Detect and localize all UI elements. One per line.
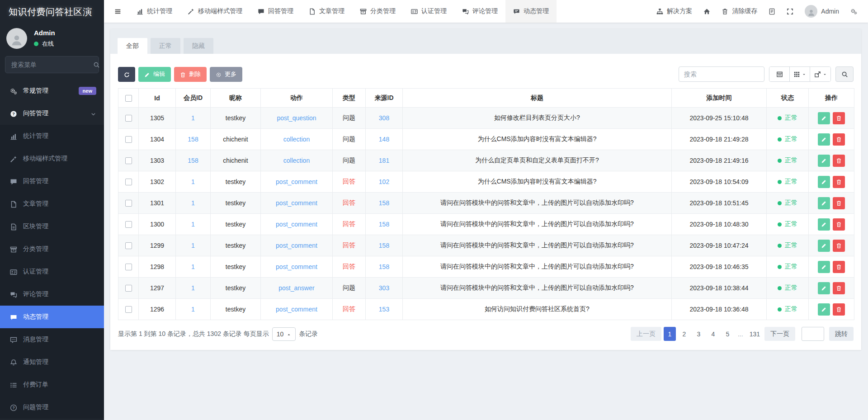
column-header[interactable]: 类型 xyxy=(333,89,366,108)
sidebar-item-0[interactable]: 常规管理new xyxy=(0,80,104,102)
home-button[interactable] xyxy=(703,8,710,15)
sidebar-item-2[interactable]: 统计管理 xyxy=(0,125,104,147)
row-edit-button[interactable] xyxy=(818,261,830,273)
sidebar-item-4[interactable]: 回答管理 xyxy=(0,170,104,193)
row-edit-button[interactable] xyxy=(818,155,830,167)
member-id-link[interactable]: 1 xyxy=(191,178,195,185)
row-delete-button[interactable] xyxy=(833,133,845,146)
member-id-link[interactable]: 1 xyxy=(191,242,195,249)
select-all-checkbox[interactable] xyxy=(125,95,132,102)
member-id-link[interactable]: 158 xyxy=(188,157,198,164)
member-id-link[interactable]: 1 xyxy=(191,284,195,292)
action-link[interactable]: post_question xyxy=(277,114,316,122)
action-link[interactable]: post_answer xyxy=(278,284,314,292)
nav-item-4[interactable]: 分类管理 xyxy=(352,0,403,23)
page-number-5[interactable]: 5 xyxy=(722,327,734,341)
refresh-button[interactable] xyxy=(118,67,135,82)
sidebar-item-8[interactable]: 认证管理 xyxy=(0,260,104,283)
edit-button[interactable]: 编辑 xyxy=(138,67,171,82)
column-header[interactable]: Id xyxy=(139,89,176,108)
nav-item-5[interactable]: 认证管理 xyxy=(403,0,454,23)
nav-item-2[interactable]: 回答管理 xyxy=(250,0,301,23)
prev-page-button[interactable]: 上一页 xyxy=(631,327,661,341)
member-id-link[interactable]: 158 xyxy=(188,136,198,143)
column-header[interactable]: 会员ID xyxy=(176,89,211,108)
source-id-link[interactable]: 158 xyxy=(379,199,389,207)
row-edit-button[interactable] xyxy=(818,133,830,146)
page-size-dropdown[interactable]: 10 xyxy=(272,327,296,341)
member-id-link[interactable]: 1 xyxy=(191,221,195,228)
column-header[interactable]: 昵称 xyxy=(211,89,261,108)
table-search-input[interactable] xyxy=(679,66,764,82)
settings-button[interactable] xyxy=(850,8,857,15)
nav-item-6[interactable]: 评论管理 xyxy=(454,0,505,23)
row-checkbox[interactable] xyxy=(125,285,132,292)
page-number-3[interactable]: 3 xyxy=(693,327,705,341)
column-header[interactable]: 操作 xyxy=(809,89,854,108)
source-id-link[interactable]: 153 xyxy=(379,306,389,313)
member-id-link[interactable]: 1 xyxy=(191,199,195,207)
column-header[interactable]: 来源ID xyxy=(366,89,403,108)
row-checkbox[interactable] xyxy=(125,242,132,249)
sidebar-item-12[interactable]: 通知管理 xyxy=(0,351,104,373)
menu-toggle-button[interactable] xyxy=(104,7,129,15)
row-edit-button[interactable] xyxy=(818,112,830,124)
action-link[interactable]: collection xyxy=(283,136,310,143)
action-link[interactable]: post_comment xyxy=(276,242,317,249)
action-link[interactable]: post_comment xyxy=(276,221,317,228)
sidebar-item-1[interactable]: ?问答管理 xyxy=(0,102,104,125)
action-link[interactable]: post_comment xyxy=(276,306,317,313)
export-button[interactable] xyxy=(810,67,830,81)
sidebar-item-14[interactable]: ?问题管理 xyxy=(0,396,104,419)
tab-2[interactable]: 隐藏 xyxy=(184,38,213,54)
row-delete-button[interactable] xyxy=(833,155,845,167)
row-delete-button[interactable] xyxy=(833,197,845,209)
tab-0[interactable]: 全部 xyxy=(118,38,147,54)
more-button[interactable]: 更多 xyxy=(210,67,242,82)
row-edit-button[interactable] xyxy=(818,218,830,231)
member-id-link[interactable]: 1 xyxy=(191,263,195,270)
page-number-131[interactable]: 131 xyxy=(747,327,762,341)
row-checkbox[interactable] xyxy=(125,136,132,143)
solutions-button[interactable]: 解决方案 xyxy=(656,7,692,15)
sidebar-item-5[interactable]: 文章管理 xyxy=(0,193,104,215)
source-id-link[interactable]: 148 xyxy=(379,136,389,143)
column-header[interactable]: 标题 xyxy=(403,89,672,108)
fullscreen-button[interactable] xyxy=(787,8,793,15)
delete-button[interactable]: 删除 xyxy=(174,67,207,82)
nav-item-7[interactable]: 动态管理 xyxy=(505,0,557,23)
column-header[interactable]: 状态 xyxy=(767,89,809,108)
member-id-link[interactable]: 1 xyxy=(191,114,195,122)
sidebar-item-6[interactable]: 区块管理 xyxy=(0,215,104,238)
page-number-4[interactable]: 4 xyxy=(707,327,719,341)
action-link[interactable]: post_comment xyxy=(276,263,317,270)
row-checkbox[interactable] xyxy=(125,264,132,270)
jump-button[interactable]: 跳转 xyxy=(829,327,854,341)
source-id-link[interactable]: 158 xyxy=(379,263,389,270)
row-edit-button[interactable] xyxy=(818,197,830,209)
row-delete-button[interactable] xyxy=(833,261,845,273)
column-header[interactable]: 添加时间 xyxy=(672,89,767,108)
column-header[interactable]: 动作 xyxy=(261,89,333,108)
detail-view-button[interactable] xyxy=(769,67,790,81)
action-link[interactable]: post_comment xyxy=(276,178,317,185)
search-button[interactable] xyxy=(835,66,854,82)
nav-item-0[interactable]: 统计管理 xyxy=(129,0,180,23)
row-edit-button[interactable] xyxy=(818,240,830,252)
row-delete-button[interactable] xyxy=(833,176,845,188)
sidebar-item-11[interactable]: 消息管理 xyxy=(0,328,104,351)
row-checkbox[interactable] xyxy=(125,306,132,313)
row-checkbox[interactable] xyxy=(125,200,132,207)
columns-button[interactable] xyxy=(790,67,810,81)
source-id-link[interactable]: 102 xyxy=(379,178,389,185)
row-checkbox[interactable] xyxy=(125,179,132,185)
jump-page-input[interactable] xyxy=(802,327,824,341)
member-id-link[interactable]: 1 xyxy=(191,306,195,313)
avatar[interactable] xyxy=(6,28,27,49)
row-checkbox[interactable] xyxy=(125,157,132,164)
nav-item-1[interactable]: 移动端样式管理 xyxy=(180,0,250,23)
row-delete-button[interactable] xyxy=(833,112,845,124)
row-delete-button[interactable] xyxy=(833,240,845,252)
row-edit-button[interactable] xyxy=(818,176,830,188)
sidebar-item-13[interactable]: 付费订单 xyxy=(0,373,104,396)
